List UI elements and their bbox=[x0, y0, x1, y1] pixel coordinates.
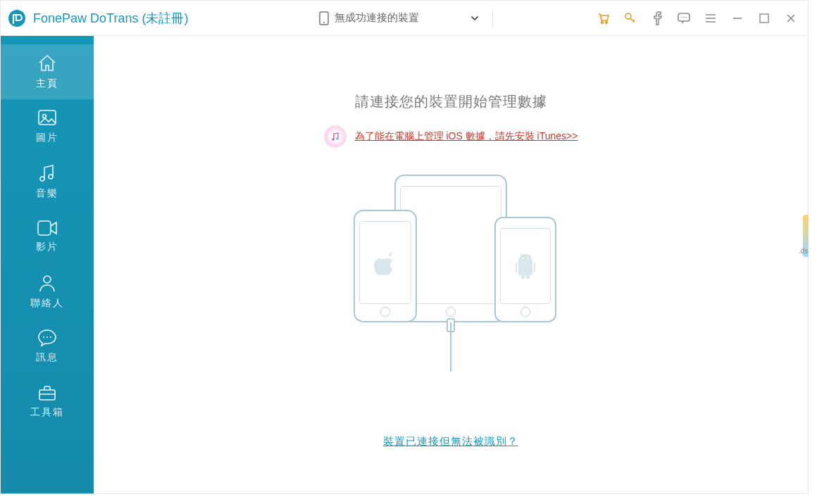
android-icon bbox=[513, 253, 537, 279]
feedback-icon[interactable] bbox=[677, 11, 691, 25]
svg-point-13 bbox=[40, 177, 44, 181]
main-panel: 請連接您的裝置開始管理數據 為了能在電腦上管理 iOS 數據，請先安裝 iTun… bbox=[94, 36, 808, 493]
apple-icon bbox=[373, 248, 397, 277]
svg-point-16 bbox=[44, 276, 51, 283]
maximize-button[interactable] bbox=[757, 11, 771, 25]
svg-point-2 bbox=[323, 22, 325, 23]
svg-point-4 bbox=[606, 21, 608, 23]
logo-icon bbox=[8, 9, 26, 27]
svg-point-18 bbox=[46, 336, 48, 338]
sidebar-item-label: 主頁 bbox=[36, 77, 58, 90]
divider bbox=[492, 9, 493, 27]
sidebar-item-videos[interactable]: 影片 bbox=[1, 209, 94, 264]
svg-point-12 bbox=[43, 115, 46, 118]
svg-point-14 bbox=[49, 175, 53, 179]
minimize-button[interactable] bbox=[730, 11, 744, 25]
svg-point-17 bbox=[43, 336, 44, 338]
svg-rect-10 bbox=[760, 14, 768, 23]
install-itunes-link[interactable]: 為了能在電腦上管理 iOS 數據，請先安裝 iTunes>> bbox=[355, 130, 578, 143]
svg-point-5 bbox=[625, 13, 631, 19]
sidebar-item-toolbox[interactable]: 工具箱 bbox=[1, 374, 94, 429]
svg-point-23 bbox=[522, 258, 523, 259]
svg-point-19 bbox=[50, 336, 51, 338]
cart-icon[interactable] bbox=[597, 11, 611, 25]
sidebar-item-label: 影片 bbox=[36, 241, 58, 253]
top-icon-bar bbox=[597, 11, 808, 25]
sidebar-item-messages[interactable]: 訊息 bbox=[1, 319, 94, 374]
device-illustration bbox=[345, 175, 556, 400]
device-not-recognized-link[interactable]: 裝置已連接但無法被識別？ bbox=[383, 435, 518, 448]
svg-point-7 bbox=[681, 16, 682, 18]
music-icon bbox=[38, 163, 56, 183]
photos-icon bbox=[37, 109, 57, 127]
sidebar-item-music[interactable]: 音樂 bbox=[1, 154, 94, 209]
svg-point-3 bbox=[601, 21, 604, 23]
svg-point-8 bbox=[683, 16, 685, 18]
svg-point-9 bbox=[685, 16, 687, 18]
device-selector[interactable]: 無成功連接的裝置 bbox=[315, 7, 484, 30]
svg-point-24 bbox=[528, 258, 529, 259]
itunes-install-row: 為了能在電腦上管理 iOS 數據，請先安裝 iTunes>> bbox=[324, 125, 578, 148]
app-logo bbox=[1, 9, 33, 27]
menu-icon[interactable] bbox=[704, 11, 718, 25]
device-selector-label: 無成功連接的裝置 bbox=[335, 11, 464, 25]
svg-point-22 bbox=[336, 137, 339, 140]
itunes-icon bbox=[324, 125, 347, 148]
android-outline bbox=[494, 217, 556, 322]
home-icon bbox=[37, 53, 58, 73]
svg-point-21 bbox=[332, 138, 335, 141]
edge-peek-label: .ds bbox=[799, 247, 808, 255]
sidebar-item-home[interactable]: 主頁 bbox=[1, 44, 94, 99]
contacts-icon bbox=[38, 273, 56, 293]
title-bar: FonePaw DoTrans (未註冊) 無成功連接的裝置 bbox=[1, 1, 808, 36]
cable bbox=[450, 322, 451, 372]
sidebar-item-label: 聯絡人 bbox=[30, 297, 64, 310]
videos-icon bbox=[37, 220, 58, 237]
toolbox-icon bbox=[37, 384, 57, 402]
key-icon[interactable] bbox=[623, 11, 637, 25]
facebook-icon[interactable] bbox=[650, 11, 664, 25]
sidebar-item-photos[interactable]: 圖片 bbox=[1, 99, 94, 154]
sidebar: 主頁 圖片 音樂 影片 bbox=[1, 36, 94, 493]
svg-rect-20 bbox=[39, 390, 55, 400]
app-title: FonePaw DoTrans (未註冊) bbox=[33, 10, 188, 27]
sidebar-item-label: 訊息 bbox=[36, 351, 58, 364]
sidebar-item-label: 音樂 bbox=[36, 187, 58, 200]
svg-rect-15 bbox=[38, 221, 51, 235]
close-button[interactable] bbox=[784, 11, 798, 25]
chevron-down-icon bbox=[470, 13, 480, 23]
iphone-outline bbox=[354, 210, 417, 322]
messages-icon bbox=[37, 329, 57, 347]
phone-icon bbox=[319, 11, 329, 25]
sidebar-item-contacts[interactable]: 聯絡人 bbox=[1, 264, 94, 319]
sidebar-item-label: 工具箱 bbox=[30, 406, 64, 419]
sidebar-item-label: 圖片 bbox=[36, 132, 58, 144]
connect-prompt-title: 請連接您的裝置開始管理數據 bbox=[355, 92, 547, 111]
